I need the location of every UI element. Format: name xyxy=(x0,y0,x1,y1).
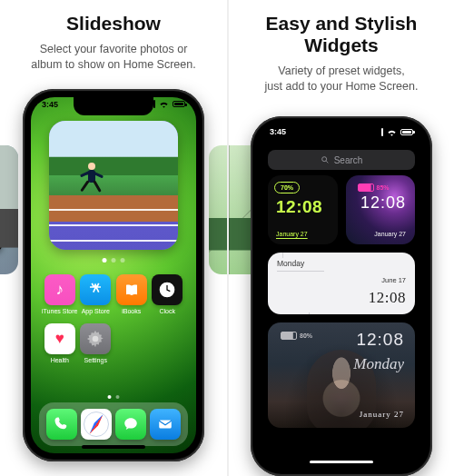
widget-time: 12:08 xyxy=(276,197,322,217)
home-screen: 3:45 xyxy=(31,97,196,453)
battery-pill: 80% xyxy=(275,330,318,342)
widget-list: 70% 12:08 January 27 85% 12:08 January 2… xyxy=(268,175,415,437)
flank-photo-cyclist xyxy=(0,145,18,274)
widgets-panel: Easy and Stylish Widgets Variety of pres… xyxy=(227,0,454,476)
dock-safari[interactable] xyxy=(81,409,112,440)
clock-widget-marble[interactable]: Monday June 17 12:08 xyxy=(268,253,415,314)
phone-mockup-right: 3:45 Search 70% 12:08 xyxy=(251,116,432,476)
runner-photo xyxy=(49,121,178,250)
dock-mail[interactable] xyxy=(150,409,181,440)
widget-time: 12:08 xyxy=(356,330,404,350)
clock-widget-galaxy[interactable]: 85% 12:08 January 27 xyxy=(346,175,416,244)
home-pager-dots[interactable] xyxy=(108,395,120,399)
app-store-icon xyxy=(80,274,111,305)
widget-day: Monday xyxy=(353,355,404,373)
dock xyxy=(39,402,188,446)
slideshow-subtitle: Select your favorite photos or album to … xyxy=(31,42,195,73)
search-placeholder: Search xyxy=(334,155,363,165)
dock-phone[interactable] xyxy=(46,409,77,440)
clock-widget-lime[interactable]: 70% 12:08 January 27 xyxy=(268,175,338,244)
app-grid: ♪ iTunes Store App Store iBooks xyxy=(31,274,196,363)
phone-notch xyxy=(74,97,153,115)
cyclist-icon xyxy=(0,227,4,251)
app-health[interactable]: ♥ Health xyxy=(42,323,78,363)
widget-time: 12:08 xyxy=(369,289,406,307)
search-icon xyxy=(321,155,330,164)
gear-icon xyxy=(80,323,111,354)
app-settings[interactable]: Settings xyxy=(78,323,114,363)
widget-date: January 27 xyxy=(360,410,404,419)
app-app-store[interactable]: App Store xyxy=(78,274,114,314)
phone-notch xyxy=(301,124,381,143)
widget-date: January 27 xyxy=(276,231,308,237)
heart-icon: ♥ xyxy=(44,323,75,354)
wifi-icon xyxy=(159,100,169,108)
slideshow-title: Slideshow xyxy=(66,13,161,35)
widget-date: June 17 xyxy=(381,276,406,284)
clock-icon xyxy=(152,274,183,305)
book-icon xyxy=(116,274,147,305)
battery-icon xyxy=(400,129,413,135)
today-view-screen: 3:45 Search 70% 12:08 xyxy=(259,124,424,468)
battery-icon xyxy=(173,101,185,107)
battery-pill: 85% xyxy=(352,182,395,193)
widget-pager-dots[interactable] xyxy=(103,258,125,263)
svg-rect-2 xyxy=(159,420,172,428)
app-clock[interactable]: Clock xyxy=(150,274,186,314)
mail-icon xyxy=(157,416,173,432)
app-ibooks[interactable]: iBooks xyxy=(114,274,150,314)
widget-time: 12:08 xyxy=(360,193,406,213)
svg-point-3 xyxy=(321,157,326,162)
messages-icon xyxy=(123,416,139,432)
widget-day: Monday xyxy=(277,259,324,272)
app-itunes-store[interactable]: ♪ iTunes Store xyxy=(42,274,78,314)
clock-widget-portrait[interactable]: 80% 12:08 Monday January 27 xyxy=(268,322,415,428)
widgets-title: Easy and Stylish Widgets xyxy=(266,13,418,56)
phone-icon xyxy=(54,416,70,432)
runner-icon xyxy=(85,170,98,195)
home-indicator[interactable] xyxy=(310,461,373,464)
music-note-icon: ♪ xyxy=(44,274,75,305)
widgets-subtitle: Variety of preset widgets, just add to y… xyxy=(265,64,419,94)
battery-pill: 70% xyxy=(274,182,300,193)
slideshow-panel: Slideshow Select your favorite photos or… xyxy=(0,0,227,476)
phone-mockup-left: 3:45 xyxy=(23,89,204,461)
widget-row: 70% 12:08 January 27 85% 12:08 January 2… xyxy=(268,175,415,244)
search-field[interactable]: Search xyxy=(268,150,415,170)
slideshow-widget[interactable] xyxy=(49,121,178,250)
status-time: 3:45 xyxy=(270,127,286,136)
dock-messages[interactable] xyxy=(115,409,146,440)
wifi-icon xyxy=(387,128,397,136)
home-indicator[interactable] xyxy=(82,445,145,449)
status-time: 3:45 xyxy=(42,100,58,109)
widget-date: January 27 xyxy=(374,231,406,237)
